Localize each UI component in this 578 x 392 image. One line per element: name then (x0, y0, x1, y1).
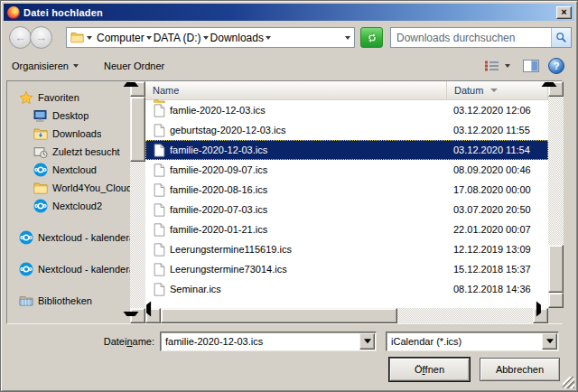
file-rows: famlie-2020-12-03.ics03.12.2020 12:06geb… (145, 100, 548, 308)
sidebar-item-label: Nextcloud (52, 164, 97, 175)
titlebar[interactable]: Datei hochladen × (4, 4, 574, 21)
file-icon (154, 144, 165, 157)
file-name: Leerungstermine115619.ics (170, 244, 441, 255)
file-name: famlie-2020-12-03.ics (170, 105, 441, 116)
scroll-left-button[interactable] (145, 308, 161, 323)
filetype-value[interactable]: iCalendar (*.ics) (387, 336, 542, 347)
scrollbar-thumb[interactable] (130, 97, 145, 162)
file-date: 15.12.2018 15:37 (453, 264, 531, 275)
history-buttons: ← → (9, 26, 52, 49)
breadcrumb-segment-data-d[interactable]: DATA (D:) (152, 32, 203, 44)
file-row[interactable]: famlie-2020-12-03.ics03.12.2020 12:06 (145, 100, 548, 120)
scrollbar-thumb[interactable] (548, 245, 564, 293)
refresh-button[interactable] (360, 27, 383, 48)
breadcrumb-segment-downloads[interactable]: Downloads (209, 32, 266, 44)
nextcloud-icon (33, 199, 48, 213)
file-icon (154, 243, 165, 257)
file-row[interactable]: Seminar.ics08.12.2018 14:36 (145, 279, 548, 299)
sidebar-item-desktop[interactable]: Desktop (7, 107, 130, 125)
cancel-button-label: Abbrechen (496, 364, 544, 375)
breadcrumb-segment-computer[interactable]: Computer (95, 32, 146, 44)
file-date: 03.12.2020 11:55 (453, 125, 530, 135)
resize-grip[interactable] (563, 377, 574, 388)
address-history-chevron-icon[interactable] (345, 36, 350, 42)
file-row[interactable]: familie-2020-12-03.ics03.12.2020 11:54 (145, 140, 548, 160)
file-row[interactable]: familie-2020-01-21.ics22.01.2020 00:07 (145, 219, 548, 239)
sidebar-item-nextcloud-kalendera[interactable]: Nextcloud - kalendera (7, 260, 130, 278)
file-row[interactable]: Leerungstermine73014.ics15.12.2018 15:37 (145, 259, 548, 279)
folder-icon (70, 32, 84, 43)
file-row[interactable]: Leerungstermine115619.ics12.12.2019 13:0… (145, 239, 548, 259)
main-content: FavoritenDesktopDownloadsZuletzt besucht… (6, 80, 563, 324)
folder-down-icon (33, 126, 48, 141)
search-input[interactable] (391, 32, 551, 44)
preview-pane-button[interactable] (519, 57, 543, 75)
desktop-icon (33, 108, 48, 123)
views-button[interactable] (480, 57, 514, 75)
star-icon (19, 90, 33, 105)
cancel-button[interactable]: Abbrechen (480, 358, 560, 381)
sidebar-item-nextcloud[interactable]: Nextcloud (7, 161, 130, 179)
file-date: 08.12.2018 14:36 (453, 284, 531, 294)
file-icon (154, 283, 165, 296)
search-button[interactable] (551, 28, 571, 47)
sidebar-item-bibliotheken[interactable]: Bibliotheken (7, 292, 130, 310)
search-icon (555, 32, 567, 43)
chevron-down-icon[interactable] (266, 36, 271, 42)
sidebar-item-nextcloud-kalendera[interactable]: Nextcloud - kalendera (7, 229, 130, 247)
scrollbar-thumb[interactable] (161, 308, 397, 323)
filename-value[interactable]: familie-2020-12-03.ics (161, 336, 359, 347)
scroll-right-button[interactable] (533, 308, 548, 323)
sidebar-scrollbar[interactable] (130, 81, 145, 323)
file-name: familie-2020-12-03.ics (170, 145, 441, 155)
file-name: Leerungstermine73014.ics (170, 264, 441, 275)
column-header-date[interactable]: Datum (447, 81, 548, 99)
close-button[interactable]: × (556, 6, 572, 19)
file-row[interactable]: geburtstag-2020-12-03.ics03.12.2020 11:5… (145, 120, 548, 140)
filename-combobox[interactable]: familie-2020-12-03.ics (160, 331, 377, 351)
list-vertical-scrollbar[interactable] (548, 81, 564, 308)
library-icon (19, 294, 33, 308)
file-name: familie-2020-09-07.ics (170, 164, 441, 175)
file-list: Name Datum famlie-2020-12-03.ics03.12.20… (145, 81, 548, 308)
list-header: Name Datum (145, 81, 548, 100)
sidebar-item-world4you-cloud[interactable]: World4You_Cloud (7, 179, 130, 197)
window-title: Datei hochladen (23, 7, 103, 18)
dropdown-arrow-button[interactable] (359, 333, 375, 350)
sidebar-item-zuletzt-besucht[interactable]: Zuletzt besucht (7, 143, 130, 161)
open-button[interactable]: Öffnen (389, 358, 470, 381)
nextcloud-icon (19, 230, 33, 245)
sidebar-item-favoriten[interactable]: Favoriten (7, 89, 130, 107)
scroll-up-button[interactable] (548, 81, 564, 97)
new-folder-label: Neuer Ordner (104, 61, 164, 71)
scroll-up-button[interactable] (130, 81, 145, 97)
sidebar-item-downloads[interactable]: Downloads (7, 125, 130, 143)
sidebar-item-nextcloud2[interactable]: Nextcloud2 (7, 197, 130, 215)
scrollbar-corner (548, 308, 564, 323)
forward-button[interactable]: → (30, 26, 52, 49)
file-date: 03.12.2020 11:54 (453, 145, 530, 155)
chevron-down-icon[interactable] (505, 64, 510, 70)
filetype-combobox[interactable]: iCalendar (*.ics) (386, 331, 559, 351)
dropdown-arrow-button[interactable] (542, 333, 557, 350)
sort-descending-icon (490, 89, 498, 96)
column-header-name[interactable]: Name (145, 81, 447, 99)
back-button[interactable]: ← (9, 26, 32, 49)
chevron-down-icon[interactable] (87, 36, 92, 42)
file-name: familie-2020-08-16.ics (170, 184, 441, 195)
file-name: familie-2020-01-21.ics (170, 224, 441, 235)
sidebar-item-label: World4You_Cloud (52, 182, 130, 193)
toolbar-right-group: ? (480, 57, 573, 75)
recent-icon (33, 145, 48, 159)
file-row[interactable]: familie-2020-07-03.ics03.07.2020 20:50 (145, 200, 548, 219)
sync-arrows-icon (366, 32, 378, 44)
file-date: 22.01.2020 00:07 (453, 224, 531, 235)
address-bar[interactable]: ComputerDATA (D:)Downloads (66, 27, 355, 48)
file-row[interactable]: familie-2020-09-07.ics08.09.2020 00:46 (145, 160, 548, 180)
file-row[interactable]: familie-2020-08-16.ics17.08.2020 00:00 (145, 180, 548, 200)
file-name: geburtstag-2020-12-03.ics (170, 125, 441, 135)
list-horizontal-scrollbar[interactable] (145, 308, 548, 323)
file-upload-dialog: Datei hochladen × ← → ComputerDATA (D:)D… (0, 0, 578, 392)
sidebar-item-label: Bibliotheken (38, 295, 92, 306)
organize-menu-button[interactable]: Organisieren (5, 57, 86, 75)
